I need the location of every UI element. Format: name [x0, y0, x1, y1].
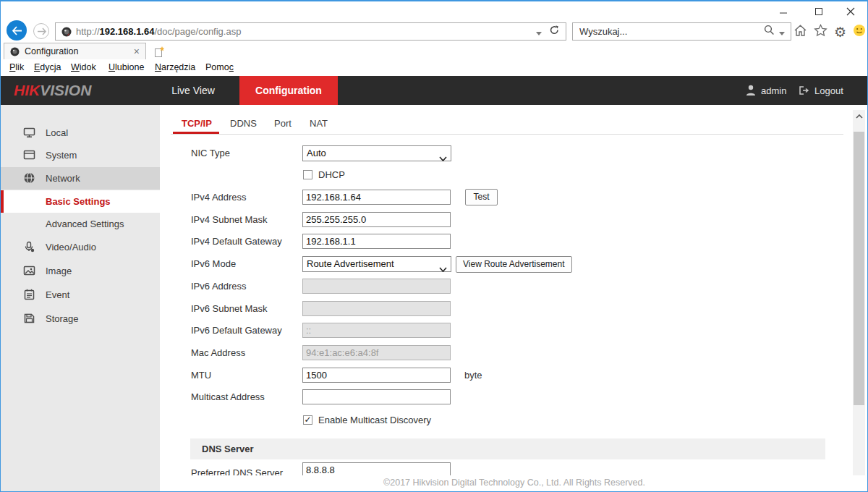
ipv4-gateway-label: IPv4 Default Gateway — [191, 234, 282, 250]
favorites-star-icon[interactable] — [814, 24, 827, 40]
url-scheme: http:// — [76, 26, 100, 37]
ipv6-mode-select[interactable]: Route Advertisement — [302, 256, 451, 272]
ipv4-gateway-input[interactable] — [302, 234, 451, 249]
sidebar-item-system[interactable]: System — [1, 144, 160, 166]
tab-favicon — [10, 47, 20, 56]
feedback-smiley-icon[interactable] — [853, 24, 866, 40]
address-bar[interactable]: http://192.168.1.64/doc/page/config.asp — [55, 22, 566, 41]
event-icon — [23, 289, 35, 303]
sidebar-item-network[interactable]: Network — [1, 167, 160, 190]
test-button[interactable]: Test — [465, 189, 498, 205]
mtu-input[interactable] — [302, 368, 451, 383]
nic-type-label: NIC Type — [191, 145, 230, 161]
menu-ulubione[interactable]: Ulubione — [109, 61, 144, 75]
nav-live-view[interactable]: Live View — [153, 76, 233, 105]
minimize-icon — [779, 7, 788, 16]
tab-strip: Configuration × — [1, 42, 867, 59]
tab-ddns[interactable]: DDNS — [230, 116, 257, 131]
search-input[interactable] — [573, 26, 764, 37]
title-bar — [1, 1, 867, 20]
dhcp-label: DHCP — [318, 169, 345, 180]
tab-separator-line — [171, 134, 843, 135]
sidebar-item-event[interactable]: Event — [1, 284, 160, 306]
back-arrow-icon — [12, 26, 22, 35]
maximize-button[interactable] — [808, 4, 830, 19]
refresh-icon[interactable] — [549, 25, 560, 38]
back-button[interactable] — [7, 20, 27, 41]
forward-button[interactable] — [33, 23, 49, 39]
preferred-dns-input[interactable] — [302, 462, 451, 475]
microphone-icon — [23, 241, 35, 255]
ipv6-mode-label: IPv6 Mode — [191, 256, 236, 272]
storage-floppy-icon — [23, 313, 35, 327]
preferred-dns-label: Preferred DNS Server — [191, 465, 283, 475]
user-area: admin — [746, 76, 786, 105]
tab-tcpip[interactable]: TCP/IP — [182, 116, 212, 131]
mtu-unit: byte — [464, 368, 482, 383]
tab-close-icon[interactable]: × — [128, 44, 145, 59]
image-icon — [23, 265, 35, 279]
browser-window: http://192.168.1.64/doc/page/config.asp … — [0, 0, 868, 492]
ipv6-gateway-label: IPv6 Default Gateway — [191, 323, 282, 339]
ipv4-subnet-input[interactable] — [302, 212, 451, 227]
url-host: 192.168.1.64 — [100, 26, 155, 37]
user-icon — [746, 85, 756, 96]
nic-type-select[interactable]: Auto — [302, 145, 451, 161]
close-button[interactable] — [840, 4, 861, 19]
globe-icon — [23, 172, 35, 187]
url-text: http://192.168.1.64/doc/page/config.asp — [76, 26, 241, 37]
ipv4-address-input[interactable] — [302, 190, 451, 205]
tab-title: Configuration — [25, 46, 128, 56]
sidebar-item-local[interactable]: Local — [1, 122, 160, 144]
menu-widok[interactable]: Widok — [71, 61, 96, 75]
menu-bar: Plik Edycja Widok Ulubione Narzędzia Pom… — [1, 59, 867, 76]
ipv6-address-label: IPv6 Address — [191, 279, 247, 294]
username: admin — [761, 85, 786, 96]
mtu-label: MTU — [191, 368, 211, 383]
maximize-icon — [814, 7, 823, 16]
ipv6-subnet-input — [302, 301, 451, 316]
tab-nat[interactable]: NAT — [310, 116, 328, 131]
search-box — [572, 22, 791, 41]
settings-gear-icon[interactable]: ⚙ — [834, 24, 846, 40]
close-icon — [846, 7, 855, 16]
browser-tab-configuration[interactable]: Configuration × — [4, 43, 146, 59]
logout-label: Logout — [814, 85, 843, 96]
search-icon[interactable] — [764, 25, 775, 38]
sidebar-item-storage[interactable]: Storage — [1, 308, 160, 330]
sidebar-item-basic-settings[interactable]: Basic Settings — [1, 190, 160, 213]
content-scrollbar[interactable] — [853, 110, 865, 491]
nav-configuration[interactable]: Configuration — [239, 76, 338, 105]
search-dropdown-icon[interactable] — [779, 25, 785, 38]
sidebar-item-video-audio[interactable]: Video/Audio — [1, 236, 160, 258]
multicast-address-input[interactable] — [302, 389, 451, 404]
site-favicon — [61, 27, 72, 37]
chevron-down-icon — [439, 151, 447, 164]
multicast-discovery-label: Enable Multicast Discovery — [318, 415, 431, 425]
url-dropdown-icon[interactable] — [536, 25, 542, 38]
home-icon[interactable] — [793, 24, 807, 40]
window-icon — [23, 149, 35, 164]
sidebar: Local System Network Basic Settings Adva… — [1, 105, 160, 492]
scroll-up-icon[interactable] — [853, 110, 865, 123]
dhcp-checkbox[interactable] — [303, 170, 312, 179]
menu-pomoc[interactable]: Pomoc — [205, 61, 234, 75]
view-route-advertisement-button[interactable]: View Route Advertisement — [456, 256, 572, 273]
ipv6-subnet-label: IPv6 Subnet Mask — [191, 301, 268, 317]
scrollbar-thumb[interactable] — [854, 132, 864, 405]
logout-button[interactable]: Logout — [799, 76, 843, 105]
new-tab-button[interactable] — [150, 44, 169, 59]
menu-plik[interactable]: Plik — [9, 61, 24, 75]
sidebar-item-image[interactable]: Image — [1, 260, 160, 282]
dns-section-header: DNS Server — [190, 438, 825, 459]
hikvision-logo: HIKVISION — [14, 82, 91, 99]
sidebar-item-advanced-settings[interactable]: Advanced Settings — [1, 213, 160, 235]
multicast-discovery-checkbox[interactable]: ✓ — [303, 415, 312, 425]
tab-port[interactable]: Port — [274, 116, 292, 131]
monitor-icon — [23, 127, 35, 141]
minimize-button[interactable] — [773, 4, 794, 19]
menu-edycja[interactable]: Edycja — [34, 61, 61, 75]
ipv6-gateway-input — [302, 323, 451, 338]
menu-narzedzia[interactable]: Narzędzia — [155, 61, 195, 75]
forward-arrow-icon — [37, 27, 46, 35]
